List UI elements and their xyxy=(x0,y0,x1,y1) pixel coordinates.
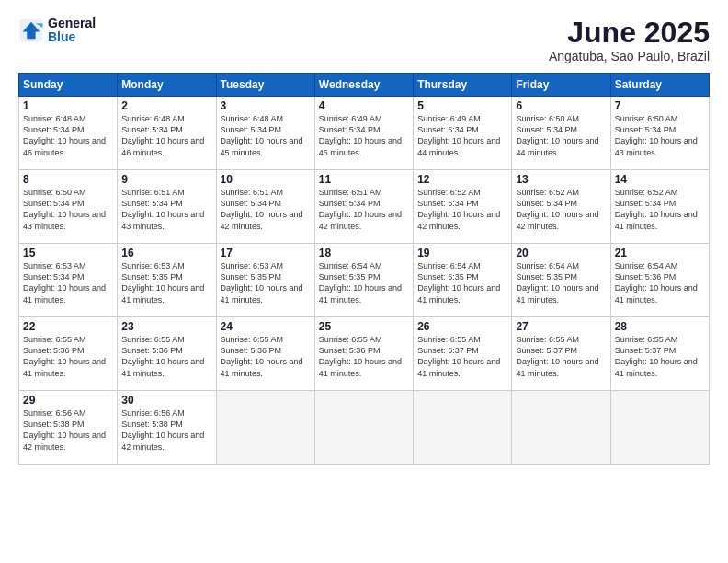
calendar-week-row-2: 15Sunrise: 6:53 AMSunset: 5:34 PMDayligh… xyxy=(19,244,710,317)
calendar-cell-day-7: 7Sunrise: 6:50 AMSunset: 5:34 PMDaylight… xyxy=(610,97,709,170)
header: General Blue June 2025 Angatuba, Sao Pau… xyxy=(18,17,710,63)
logo: General Blue xyxy=(18,17,96,45)
calendar-cell-day-9: 9Sunrise: 6:51 AMSunset: 5:34 PMDaylight… xyxy=(118,170,216,244)
day-number: 1 xyxy=(23,99,113,112)
day-number: 25 xyxy=(319,320,409,333)
weekday-header-tuesday: Tuesday xyxy=(216,74,314,97)
day-number: 23 xyxy=(121,320,211,333)
calendar-cell-day-25: 25Sunrise: 6:55 AMSunset: 5:36 PMDayligh… xyxy=(314,317,413,391)
calendar-cell-day-27: 27Sunrise: 6:55 AMSunset: 5:37 PMDayligh… xyxy=(512,317,610,391)
calendar-cell-day-16: 16Sunrise: 6:53 AMSunset: 5:35 PMDayligh… xyxy=(118,244,216,317)
day-number: 14 xyxy=(615,173,705,186)
title-block: June 2025 Angatuba, Sao Paulo, Brazil xyxy=(549,17,710,63)
day-number: 7 xyxy=(615,99,705,112)
weekday-header-monday: Monday xyxy=(118,74,216,97)
day-info: Sunrise: 6:50 AMSunset: 5:34 PMDaylight:… xyxy=(615,113,705,158)
day-number: 22 xyxy=(23,320,113,333)
day-info: Sunrise: 6:53 AMSunset: 5:35 PMDaylight:… xyxy=(221,260,311,305)
day-info: Sunrise: 6:49 AMSunset: 5:34 PMDaylight:… xyxy=(319,113,409,158)
day-number: 21 xyxy=(615,247,705,259)
day-info: Sunrise: 6:51 AMSunset: 5:34 PMDaylight:… xyxy=(121,187,211,232)
calendar-cell-day-26: 26Sunrise: 6:55 AMSunset: 5:37 PMDayligh… xyxy=(414,317,512,391)
empty-cell xyxy=(414,391,512,465)
day-info: Sunrise: 6:55 AMSunset: 5:36 PMDaylight:… xyxy=(221,334,311,379)
calendar-page: General Blue June 2025 Angatuba, Sao Pau… xyxy=(0,0,728,563)
weekday-header-friday: Friday xyxy=(512,74,610,97)
day-info: Sunrise: 6:48 AMSunset: 5:34 PMDaylight:… xyxy=(221,113,311,158)
calendar-body: 1Sunrise: 6:48 AMSunset: 5:34 PMDaylight… xyxy=(19,97,710,465)
calendar-cell-day-4: 4Sunrise: 6:49 AMSunset: 5:34 PMDaylight… xyxy=(314,97,413,170)
day-number: 17 xyxy=(221,247,311,259)
weekday-header-sunday: Sunday xyxy=(19,74,118,97)
location: Angatuba, Sao Paulo, Brazil xyxy=(549,49,710,63)
logo-text: General Blue xyxy=(48,17,96,45)
empty-cell xyxy=(610,391,709,465)
day-number: 29 xyxy=(23,394,113,407)
day-info: Sunrise: 6:52 AMSunset: 5:34 PMDaylight:… xyxy=(516,187,606,232)
empty-cell xyxy=(314,391,413,465)
calendar-cell-day-11: 11Sunrise: 6:51 AMSunset: 5:34 PMDayligh… xyxy=(314,170,413,244)
day-number: 12 xyxy=(417,173,507,186)
calendar-cell-day-3: 3Sunrise: 6:48 AMSunset: 5:34 PMDaylight… xyxy=(216,97,314,170)
day-info: Sunrise: 6:55 AMSunset: 5:37 PMDaylight:… xyxy=(417,334,507,379)
calendar-cell-day-20: 20Sunrise: 6:54 AMSunset: 5:35 PMDayligh… xyxy=(512,244,610,317)
calendar-cell-day-19: 19Sunrise: 6:54 AMSunset: 5:35 PMDayligh… xyxy=(414,244,512,317)
day-info: Sunrise: 6:55 AMSunset: 5:37 PMDaylight:… xyxy=(615,334,705,379)
day-info: Sunrise: 6:54 AMSunset: 5:36 PMDaylight:… xyxy=(615,260,705,305)
day-number: 9 xyxy=(121,173,211,186)
day-info: Sunrise: 6:50 AMSunset: 5:34 PMDaylight:… xyxy=(516,113,606,158)
calendar-cell-day-13: 13Sunrise: 6:52 AMSunset: 5:34 PMDayligh… xyxy=(512,170,610,244)
day-info: Sunrise: 6:54 AMSunset: 5:35 PMDaylight:… xyxy=(417,260,507,305)
calendar-cell-day-24: 24Sunrise: 6:55 AMSunset: 5:36 PMDayligh… xyxy=(216,317,314,391)
calendar-cell-day-17: 17Sunrise: 6:53 AMSunset: 5:35 PMDayligh… xyxy=(216,244,314,317)
calendar-cell-day-1: 1Sunrise: 6:48 AMSunset: 5:34 PMDaylight… xyxy=(19,97,118,170)
day-info: Sunrise: 6:55 AMSunset: 5:36 PMDaylight:… xyxy=(121,334,211,379)
weekday-header-wednesday: Wednesday xyxy=(314,74,413,97)
day-number: 8 xyxy=(23,173,113,186)
calendar-cell-day-21: 21Sunrise: 6:54 AMSunset: 5:36 PMDayligh… xyxy=(610,244,709,317)
calendar-cell-day-22: 22Sunrise: 6:55 AMSunset: 5:36 PMDayligh… xyxy=(19,317,118,391)
day-info: Sunrise: 6:51 AMSunset: 5:34 PMDaylight:… xyxy=(221,187,311,232)
day-number: 30 xyxy=(121,394,211,407)
day-info: Sunrise: 6:52 AMSunset: 5:34 PMDaylight:… xyxy=(417,187,507,232)
day-number: 16 xyxy=(121,247,211,259)
day-number: 11 xyxy=(319,173,409,186)
day-number: 26 xyxy=(417,320,507,333)
day-info: Sunrise: 6:53 AMSunset: 5:34 PMDaylight:… xyxy=(23,260,113,305)
day-number: 3 xyxy=(221,99,311,112)
day-number: 6 xyxy=(516,99,606,112)
calendar-week-row-3: 22Sunrise: 6:55 AMSunset: 5:36 PMDayligh… xyxy=(19,317,710,391)
day-info: Sunrise: 6:53 AMSunset: 5:35 PMDaylight:… xyxy=(121,260,211,305)
day-info: Sunrise: 6:48 AMSunset: 5:34 PMDaylight:… xyxy=(23,113,113,158)
day-info: Sunrise: 6:54 AMSunset: 5:35 PMDaylight:… xyxy=(516,260,606,305)
calendar-week-row-4: 29Sunrise: 6:56 AMSunset: 5:38 PMDayligh… xyxy=(19,391,710,465)
calendar-cell-day-30: 30Sunrise: 6:56 AMSunset: 5:38 PMDayligh… xyxy=(118,391,216,465)
day-info: Sunrise: 6:55 AMSunset: 5:37 PMDaylight:… xyxy=(516,334,606,379)
calendar-cell-day-5: 5Sunrise: 6:49 AMSunset: 5:34 PMDaylight… xyxy=(414,97,512,170)
weekday-header-thursday: Thursday xyxy=(414,74,512,97)
calendar-cell-day-12: 12Sunrise: 6:52 AMSunset: 5:34 PMDayligh… xyxy=(414,170,512,244)
day-number: 15 xyxy=(23,247,113,259)
calendar-cell-day-23: 23Sunrise: 6:55 AMSunset: 5:36 PMDayligh… xyxy=(118,317,216,391)
calendar-cell-day-6: 6Sunrise: 6:50 AMSunset: 5:34 PMDaylight… xyxy=(512,97,610,170)
day-info: Sunrise: 6:55 AMSunset: 5:36 PMDaylight:… xyxy=(319,334,409,379)
day-number: 13 xyxy=(516,173,606,186)
calendar-cell-day-28: 28Sunrise: 6:55 AMSunset: 5:37 PMDayligh… xyxy=(610,317,709,391)
day-info: Sunrise: 6:49 AMSunset: 5:34 PMDaylight:… xyxy=(417,113,507,158)
day-number: 4 xyxy=(319,99,409,112)
calendar-cell-day-29: 29Sunrise: 6:56 AMSunset: 5:38 PMDayligh… xyxy=(19,391,118,465)
calendar-cell-day-15: 15Sunrise: 6:53 AMSunset: 5:34 PMDayligh… xyxy=(19,244,118,317)
month-title: June 2025 xyxy=(549,17,710,49)
day-info: Sunrise: 6:48 AMSunset: 5:34 PMDaylight:… xyxy=(121,113,211,158)
calendar-cell-day-18: 18Sunrise: 6:54 AMSunset: 5:35 PMDayligh… xyxy=(314,244,413,317)
calendar-cell-day-8: 8Sunrise: 6:50 AMSunset: 5:34 PMDaylight… xyxy=(19,170,118,244)
day-info: Sunrise: 6:56 AMSunset: 5:38 PMDaylight:… xyxy=(23,408,113,453)
day-number: 5 xyxy=(417,99,507,112)
day-number: 28 xyxy=(615,320,705,333)
calendar-header-row: SundayMondayTuesdayWednesdayThursdayFrid… xyxy=(19,74,710,97)
logo-icon xyxy=(18,17,44,43)
calendar-cell-day-2: 2Sunrise: 6:48 AMSunset: 5:34 PMDaylight… xyxy=(118,97,216,170)
day-info: Sunrise: 6:51 AMSunset: 5:34 PMDaylight:… xyxy=(319,187,409,232)
empty-cell xyxy=(512,391,610,465)
day-number: 10 xyxy=(221,173,311,186)
